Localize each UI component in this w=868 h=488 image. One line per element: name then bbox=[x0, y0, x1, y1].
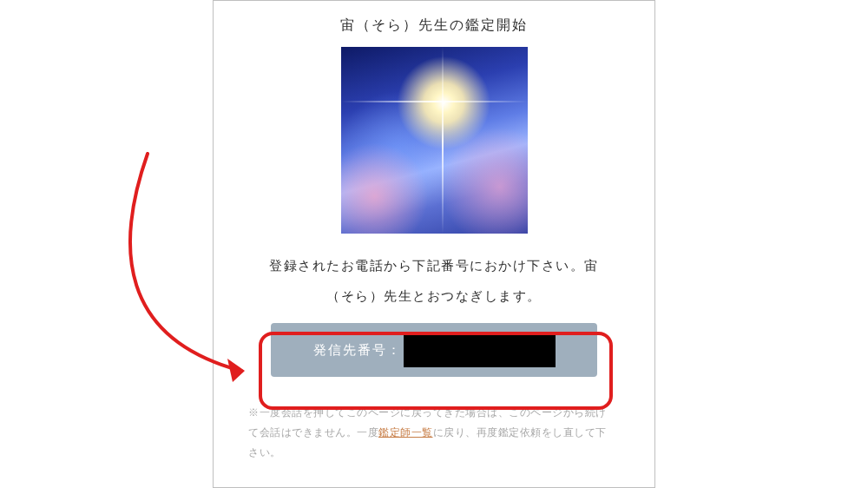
fortune-teller-list-link[interactable]: 鑑定師一覧 bbox=[378, 426, 433, 439]
phone-number-button[interactable]: 発信先番号： bbox=[271, 323, 597, 377]
fortune-teller-image-wrap bbox=[233, 47, 635, 234]
card-title: 宙（そら）先生の鑑定開始 bbox=[233, 16, 635, 35]
phone-number-redacted bbox=[404, 333, 556, 367]
instruction-line-2: （そら）先生とおつなぎします。 bbox=[326, 288, 542, 303]
phone-label: 発信先番号： bbox=[313, 342, 402, 359]
call-instruction: 登録されたお電話から下記番号におかけ下さい。宙 （そら）先生とおつなぎします。 bbox=[233, 251, 635, 311]
disclaimer-note: ※一度会話を押してこのページに戻ってきた場合は、このページから続けて会話はできま… bbox=[248, 403, 609, 462]
consultation-start-card: 宙（そら）先生の鑑定開始 登録されたお電話から下記番号におかけ下さい。宙 （そら… bbox=[213, 0, 655, 488]
instruction-line-1: 登録されたお電話から下記番号におかけ下さい。宙 bbox=[269, 258, 599, 273]
fortune-teller-sky-image bbox=[341, 47, 528, 234]
